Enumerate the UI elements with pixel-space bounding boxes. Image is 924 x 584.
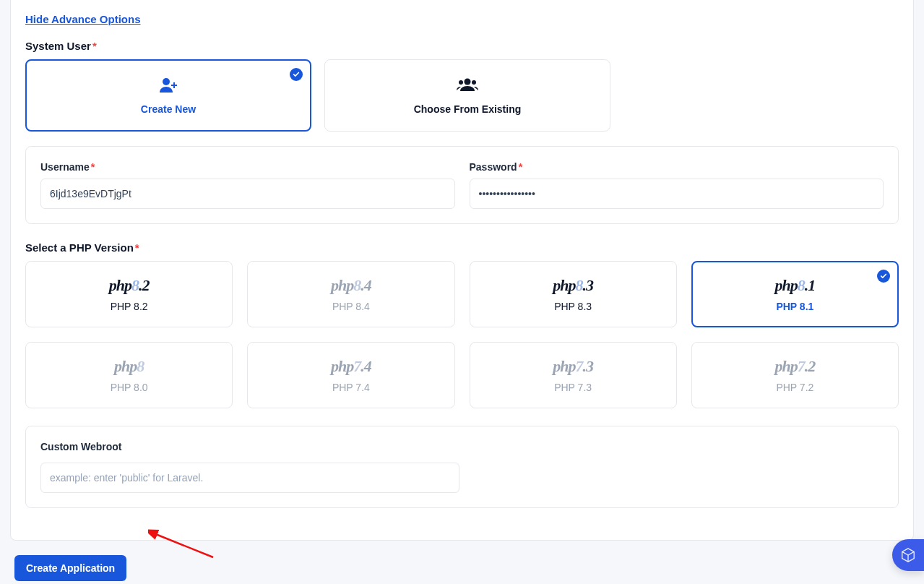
check-icon (877, 270, 890, 283)
php-option-php-8-4[interactable]: php8.4PHP 8.4 (247, 261, 454, 327)
php-option-php-8-0[interactable]: php8PHP 8.0 (25, 342, 233, 408)
required-asterisk: * (135, 241, 139, 254)
svg-point-5 (472, 80, 476, 85)
form-panel: Hide Advance Options System User* Create… (10, 0, 914, 541)
php-option-caption: PHP 8.3 (554, 301, 592, 312)
php-option-caption: PHP 8.2 (111, 301, 148, 312)
svg-rect-2 (171, 85, 177, 86)
php-version-label-text: Select a PHP Version (25, 241, 134, 254)
php-version-label: Select a PHP Version* (25, 241, 899, 254)
php-option-caption: PHP 8.0 (111, 382, 148, 393)
php-option-php-7-4[interactable]: php7.4PHP 7.4 (247, 342, 454, 408)
username-input[interactable] (40, 179, 455, 209)
help-fab-button[interactable] (892, 539, 924, 571)
php-logo-icon: php8.4 (331, 276, 371, 295)
password-label: Password* (470, 161, 884, 173)
username-field: Username* (40, 161, 455, 209)
php-logo-icon: php8.3 (553, 276, 593, 295)
user-plus-icon (157, 77, 179, 96)
option-create-new-label: Create New (141, 103, 196, 115)
php-option-caption: PHP 7.2 (776, 382, 813, 393)
option-choose-existing-label: Choose From Existing (414, 103, 522, 115)
check-icon (290, 68, 303, 81)
required-asterisk: * (92, 40, 97, 52)
php-option-caption: PHP 8.1 (776, 301, 813, 312)
php-option-php-8-1[interactable]: php8.1PHP 8.1 (691, 261, 899, 327)
credentials-panel: Username* Password* (25, 146, 899, 224)
svg-point-3 (465, 78, 471, 85)
users-group-icon (457, 77, 478, 96)
php-logo-icon: php8.2 (109, 276, 150, 295)
password-label-text: Password (470, 161, 517, 173)
php-option-caption: PHP 7.4 (332, 382, 370, 393)
option-create-new[interactable]: Create New (25, 59, 311, 132)
php-option-php-8-2[interactable]: php8.2PHP 8.2 (25, 261, 233, 327)
cube-icon (900, 547, 916, 563)
required-asterisk: * (519, 161, 522, 173)
password-input[interactable] (470, 179, 884, 209)
username-label-text: Username (40, 161, 90, 173)
php-option-caption: PHP 8.4 (332, 301, 370, 312)
svg-point-0 (163, 78, 170, 85)
required-asterisk: * (91, 161, 95, 173)
php-logo-icon: php8.1 (775, 276, 816, 295)
php-option-caption: PHP 7.3 (554, 382, 592, 393)
system-user-options: Create New Choose From Existing (25, 59, 899, 132)
php-logo-icon: php7.2 (775, 357, 816, 376)
php-option-php-7-3[interactable]: php7.3PHP 7.3 (470, 342, 677, 408)
username-label: Username* (40, 161, 455, 173)
webroot-panel: Custom Webroot (25, 426, 899, 508)
php-option-php-8-3[interactable]: php8.3PHP 8.3 (470, 261, 677, 327)
php-version-grid: php8.2PHP 8.2php8.4PHP 8.4php8.3PHP 8.3p… (25, 261, 899, 408)
system-user-label: System User* (25, 40, 899, 52)
php-option-php-7-2[interactable]: php7.2PHP 7.2 (691, 342, 899, 408)
php-logo-icon: php8 (114, 357, 144, 376)
php-logo-icon: php7.3 (553, 357, 593, 376)
toggle-advanced-link[interactable]: Hide Advance Options (25, 13, 140, 25)
svg-point-4 (459, 80, 463, 85)
system-user-label-text: System User (25, 40, 91, 52)
webroot-label: Custom Webroot (40, 441, 884, 452)
password-field: Password* (470, 161, 884, 209)
create-application-button[interactable]: Create Application (14, 555, 126, 581)
option-choose-existing[interactable]: Choose From Existing (324, 59, 610, 132)
webroot-input[interactable] (40, 463, 459, 493)
php-logo-icon: php7.4 (331, 357, 371, 376)
